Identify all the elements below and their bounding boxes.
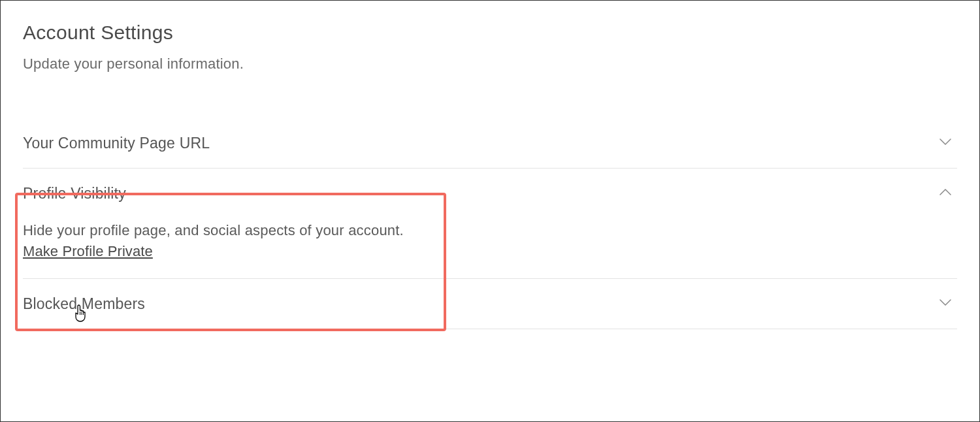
divider — [23, 329, 957, 329]
accordion-title-profile-visibility: Profile Visibility — [23, 185, 126, 203]
chevron-down-icon — [938, 134, 953, 152]
accordion-title-blocked-members: Blocked Members — [23, 295, 145, 313]
page-subtitle: Update your personal information. — [23, 56, 957, 73]
chevron-down-icon — [938, 295, 953, 313]
chevron-up-icon — [938, 184, 953, 203]
make-profile-private-link[interactable]: Make Profile Private — [23, 243, 153, 260]
accordion-blocked-members[interactable]: Blocked Members — [23, 279, 957, 329]
profile-visibility-description: Hide your profile page, and social aspec… — [23, 222, 957, 239]
settings-panel: Account Settings Update your personal in… — [0, 0, 980, 422]
accordion-profile-visibility[interactable]: Profile Visibility — [23, 169, 957, 218]
accordion-title-community-url: Your Community Page URL — [23, 135, 210, 152]
profile-visibility-body: Hide your profile page, and social aspec… — [23, 218, 957, 278]
accordion-community-url[interactable]: Your Community Page URL — [23, 118, 957, 168]
page-title: Account Settings — [23, 22, 957, 44]
